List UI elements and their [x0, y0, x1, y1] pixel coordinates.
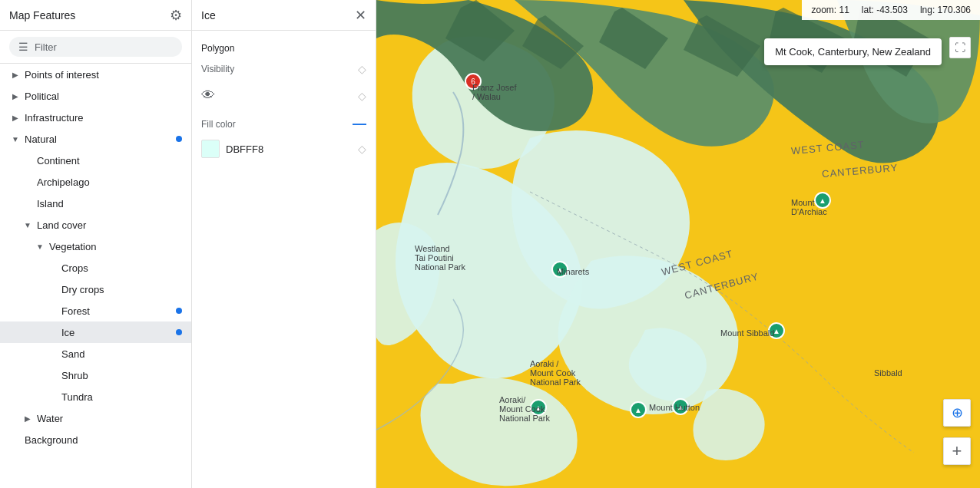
sidebar-label-shrub: Shrub	[61, 370, 182, 381]
sidebar-label-island: Island	[37, 198, 182, 209]
map-tooltip: Mt Cook, Canterbury, New Zealand	[764, 38, 942, 65]
detail-header: Ice ✕	[192, 0, 376, 31]
spacer-archipelago	[22, 176, 34, 188]
fullscreen-button[interactable]: ⛶	[949, 37, 971, 58]
sidebar-item-water[interactable]: ▶Water	[0, 407, 191, 429]
settings-icon[interactable]: ⚙	[170, 7, 182, 24]
visibility-label: Visibility	[201, 64, 234, 74]
detail-body: Polygon Visibility ◇ 👁 ◇ Fill color — DB…	[192, 31, 376, 170]
place-marker-darchiac[interactable]: ▲	[814, 192, 831, 209]
eye-icon[interactable]: 👁	[201, 87, 215, 104]
sidebar-item-dry-crops[interactable]: Dry crops	[0, 279, 191, 300]
filter-label: Filter	[35, 41, 57, 53]
map-area: zoom: 11 lat: -43.503 lng: 170.306 Mt Co…	[376, 0, 980, 488]
dot-ice	[176, 329, 182, 335]
filter-icon: ☰	[18, 41, 28, 53]
spacer-background	[9, 434, 22, 446]
sidebar-label-political: Political	[25, 91, 182, 102]
map-top-bar: zoom: 11 lat: -43.503 lng: 170.306	[802, 0, 980, 20]
sidebar-label-forest: Forest	[61, 305, 176, 317]
sidebar: Map Features ⚙ ☰ Filter ▶Points of inter…	[0, 0, 192, 488]
spacer-dry-crops	[46, 283, 58, 295]
close-icon[interactable]: ✕	[355, 7, 366, 24]
sidebar-header: Map Features ⚙	[0, 0, 191, 31]
sidebar-item-ice[interactable]: Ice	[0, 321, 191, 343]
filter-box: ☰ Filter	[0, 31, 191, 64]
zoom-info: zoom: 11	[811, 5, 849, 15]
place-marker-franz-josef[interactable]: 6	[465, 73, 482, 90]
detail-panel: Ice ✕ Polygon Visibility ◇ 👁 ◇ Fill colo…	[192, 0, 376, 488]
chevron-icon-infrastructure: ▶	[9, 111, 22, 124]
sidebar-label-crops: Crops	[61, 262, 182, 274]
visibility-row: Visibility ◇	[201, 63, 366, 75]
sidebar-item-points-of-interest[interactable]: ▶Points of interest	[0, 64, 191, 85]
sidebar-item-archipelago[interactable]: Archipelago	[0, 171, 191, 193]
filter-input[interactable]: ☰ Filter	[9, 37, 182, 57]
spacer-continent	[22, 154, 34, 167]
sidebar-label-dry-crops: Dry crops	[61, 284, 182, 295]
color-value: DBFFF8	[226, 143, 352, 155]
chevron-icon-land-cover: ▼	[22, 219, 34, 231]
sidebar-item-tundra[interactable]: Tundra	[0, 386, 191, 407]
spacer-island	[22, 197, 34, 209]
sidebar-item-sand[interactable]: Sand	[0, 343, 191, 364]
color-row: DBFFF8 ◇	[201, 140, 366, 158]
place-marker-minarets[interactable]: ▲	[551, 261, 568, 278]
spacer-ice	[46, 326, 58, 338]
sidebar-label-tundra: Tundra	[61, 391, 182, 403]
sidebar-label-land-cover: Land cover	[37, 219, 182, 231]
spacer-sand	[46, 348, 58, 360]
dot-forest	[176, 308, 182, 314]
place-marker-sibbald[interactable]: ▲	[768, 322, 785, 339]
sidebar-label-water: Water	[37, 413, 182, 424]
sidebar-label-sand: Sand	[61, 348, 182, 360]
sidebar-item-natural[interactable]: ▼Natural	[0, 128, 191, 150]
sidebar-label-background: Background	[25, 434, 182, 446]
sidebar-item-land-cover[interactable]: ▼Land cover	[0, 214, 191, 236]
sidebar-item-infrastructure[interactable]: ▶Infrastructure	[0, 107, 191, 128]
diamond-icon-3[interactable]: ◇	[358, 143, 366, 155]
spacer-tundra	[46, 391, 58, 403]
spacer-shrub	[46, 369, 58, 381]
place-marker-aoraki[interactable]: ▲	[630, 401, 647, 418]
sidebar-label-continent: Continent	[37, 155, 182, 167]
sidebar-label-ice: Ice	[61, 327, 176, 338]
sidebar-label-vegetation: Vegetation	[49, 241, 182, 252]
sidebar-item-background[interactable]: Background	[0, 429, 191, 450]
lng-info: lng: 170.306	[920, 5, 971, 15]
sidebar-item-island[interactable]: Island	[0, 193, 191, 214]
location-button[interactable]: ⊕	[943, 399, 971, 427]
color-swatch[interactable]	[201, 140, 220, 158]
diamond-icon-2[interactable]: ◇	[358, 90, 366, 102]
spacer-forest	[46, 305, 58, 317]
sidebar-label-archipelago: Archipelago	[37, 176, 182, 188]
sidebar-label-points-of-interest: Points of interest	[25, 69, 182, 81]
chevron-icon-vegetation: ▼	[34, 240, 46, 252]
chevron-icon-water: ▶	[22, 412, 34, 424]
diamond-icon[interactable]: ◇	[358, 63, 366, 75]
sidebar-label-infrastructure: Infrastructure	[25, 112, 182, 124]
lat-info: lat: -43.503	[862, 5, 908, 15]
place-marker-aoraki2[interactable]: ▲	[530, 399, 547, 416]
fill-color-label: Fill color	[201, 119, 236, 130]
chevron-icon-points-of-interest: ▶	[9, 68, 22, 81]
fill-color-row: Fill color —	[201, 116, 366, 132]
sidebar-item-crops[interactable]: Crops	[0, 257, 191, 279]
nav-tree: ▶Points of interest▶Political▶Infrastruc…	[0, 64, 191, 488]
sidebar-item-political[interactable]: ▶Political	[0, 85, 191, 107]
visibility-icon-row: 👁 ◇	[201, 87, 366, 104]
chevron-icon-political: ▶	[9, 90, 22, 102]
dot-natural	[176, 136, 182, 142]
minus-icon[interactable]: —	[353, 116, 366, 132]
polygon-label: Polygon	[201, 43, 366, 54]
chevron-icon-natural: ▼	[9, 133, 22, 145]
sidebar-label-natural: Natural	[25, 134, 176, 145]
zoom-in-button[interactable]: +	[943, 437, 971, 465]
place-marker-hutton[interactable]: ▲	[672, 398, 689, 415]
detail-title: Ice	[201, 9, 216, 21]
sidebar-item-forest[interactable]: Forest	[0, 300, 191, 321]
sidebar-item-vegetation[interactable]: ▼Vegetation	[0, 236, 191, 257]
sidebar-title: Map Features	[9, 9, 75, 21]
sidebar-item-shrub[interactable]: Shrub	[0, 364, 191, 386]
sidebar-item-continent[interactable]: Continent	[0, 150, 191, 171]
